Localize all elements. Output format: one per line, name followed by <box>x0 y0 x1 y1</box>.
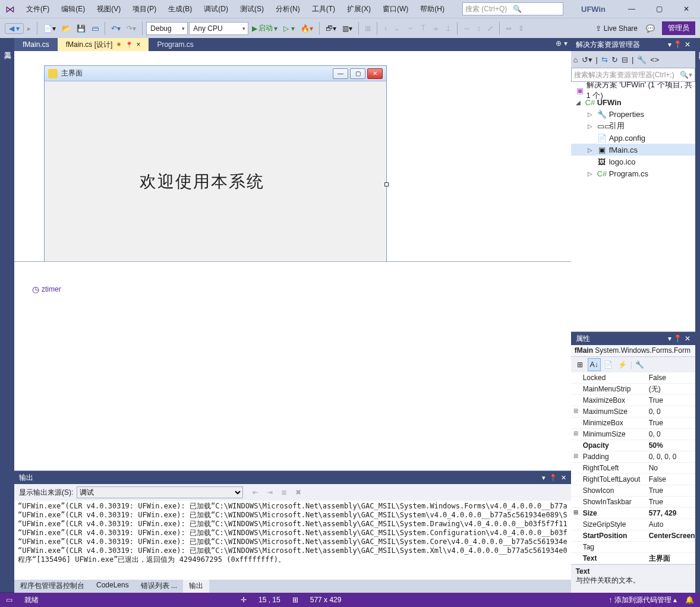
tree-program[interactable]: Program.cs <box>609 169 648 178</box>
props-pages-icon[interactable]: 📄 <box>602 358 615 371</box>
pin-icon[interactable]: 📍 <box>125 42 133 48</box>
sln-home-icon[interactable]: ⌂ <box>573 55 578 64</box>
output-body[interactable]: “UFWin.exe”(CLR v4.0.30319: UFWin.exe): … <box>14 501 571 580</box>
prop-row-MaximizeBox[interactable]: MaximizeBoxTrue <box>571 395 695 406</box>
output-close-icon[interactable]: ✕ <box>561 474 566 482</box>
browse-button[interactable]: 🗗▾ <box>323 23 339 34</box>
tab-program-cs[interactable]: Program.cs <box>149 38 201 51</box>
props-cat-icon[interactable]: ⊞ <box>573 358 587 371</box>
prop-row-Tag[interactable]: Tag <box>571 542 695 553</box>
prop-row-RightToLeft[interactable]: RightToLeftNo <box>571 463 695 474</box>
toolbox-tab[interactable]: 工具箱 <box>1 43 14 593</box>
output-wrap-icon[interactable]: ≣ <box>279 487 289 498</box>
platform-dropdown[interactable]: Any CPU <box>189 22 248 35</box>
undo-button[interactable]: ↶▾ <box>109 23 123 34</box>
source-control-button[interactable]: ↑ 添加到源代码管理 ▴ <box>608 595 677 605</box>
prop-row-MaximumSize[interactable]: MaximumSize0, 0 <box>571 406 695 418</box>
tab-fmain-design[interactable]: fMain.cs [设计] ⁕ 📍 × <box>58 38 149 51</box>
component-tray[interactable]: ztimer <box>14 261 571 316</box>
menu-扩展(X)[interactable]: 扩展(X) <box>341 2 377 15</box>
properties-selector[interactable]: fMain System.Windows.Forms.Form <box>571 345 695 357</box>
prop-row-Locked[interactable]: LockedFalse <box>571 372 695 384</box>
menu-调试(D)[interactable]: 调试(D) <box>198 2 234 15</box>
props-wrench-icon[interactable]: 🔧 <box>633 358 647 371</box>
tab-pkg-console[interactable]: 程序包管理器控制台 <box>14 580 90 593</box>
output-pin-icon[interactable]: 📍 <box>549 474 557 482</box>
prop-row-MainMenuStrip[interactable]: MainMenuStrip(无) <box>571 384 695 395</box>
start-button[interactable]: ▶ 启动 ▾ <box>250 22 280 34</box>
notifications-icon[interactable]: 🔔 <box>685 596 694 604</box>
output-indent-icon[interactable]: ⇤ <box>250 487 261 498</box>
hot-reload-button[interactable]: 🔥▾ <box>298 23 316 34</box>
align-left-icon[interactable]: ⫞ <box>381 23 389 34</box>
properties-grid[interactable]: LockedFalseMainMenuStrip(无)MaximizeBoxTr… <box>571 372 695 564</box>
tab-overflow-icon[interactable]: ⊕ ▾ <box>552 38 570 51</box>
new-item-button[interactable]: 📄▾ <box>41 23 58 34</box>
props-events-icon[interactable]: ⚡ <box>616 358 629 371</box>
search-box[interactable]: 搜索 (Ctrl+Q) 🔍 <box>462 2 563 15</box>
welcome-label[interactable]: 欢迎使用本系统 <box>140 170 264 193</box>
save-all-button[interactable]: 🗃 <box>89 23 101 34</box>
nav-fwd-button[interactable]: ▸ <box>25 23 33 34</box>
tab-error-list[interactable]: 错误列表 ... <box>135 580 183 593</box>
redo-button[interactable]: ↷▾ <box>124 23 138 34</box>
sln-collapse-icon[interactable]: ⊟ <box>622 55 628 64</box>
nav-back-button[interactable]: ◀ ▾ <box>5 23 24 34</box>
menu-测试(S)[interactable]: 测试(S) <box>234 2 270 15</box>
live-share-label[interactable]: Live Share <box>604 24 638 33</box>
tab-fmain-cs[interactable]: fMain.cs <box>14 38 58 51</box>
open-button[interactable]: 📂 <box>59 23 73 34</box>
menu-工具(T)[interactable]: 工具(T) <box>306 2 341 15</box>
menu-项目(P)[interactable]: 项目(P) <box>127 2 162 15</box>
output-dropdown-icon[interactable]: ▾ <box>542 474 546 482</box>
menu-帮助(H)[interactable]: 帮助(H) <box>414 2 450 15</box>
menu-分析(N)[interactable]: 分析(N) <box>270 2 306 15</box>
sln-toggle-icon[interactable]: ↺▾ <box>582 55 592 64</box>
sln-showall-icon[interactable]: <> <box>650 55 659 64</box>
tab-codelens[interactable]: CodeLens <box>90 580 135 593</box>
align-right-icon[interactable]: ⫟ <box>405 23 417 34</box>
prop-row-RightToLeftLayout[interactable]: RightToLeftLayoutFalse <box>571 474 695 485</box>
size-w-icon[interactable]: ↔ <box>461 23 473 34</box>
output-outdent-icon[interactable]: ⇥ <box>264 487 275 498</box>
align-bot-icon[interactable]: ⟘ <box>443 23 453 34</box>
start-noDebug-button[interactable]: ▷ ▾ <box>281 23 297 34</box>
prop-row-SizeGripStyle[interactable]: SizeGripStyleAuto <box>571 519 695 530</box>
vspace-icon[interactable]: ⇕ <box>516 23 526 34</box>
output-clear-icon[interactable]: ✖ <box>293 487 304 498</box>
output-source-dropdown[interactable]: 调试 <box>77 486 243 498</box>
menu-视图(V)[interactable]: 视图(V) <box>91 2 127 15</box>
sln-refresh-icon[interactable]: ↻ <box>611 55 618 64</box>
align-center-icon[interactable]: ⫠ <box>391 23 403 34</box>
prop-row-MinimumSize[interactable]: MinimumSize0, 0 <box>571 429 695 440</box>
menu-生成(B)[interactable]: 生成(B) <box>162 2 198 15</box>
tab-output[interactable]: 输出 <box>183 580 209 593</box>
minimize-button[interactable]: — <box>618 0 645 18</box>
prop-row-Padding[interactable]: Padding0, 0, 0, 0 <box>571 451 695 463</box>
feedback-icon[interactable]: 💬 <box>646 24 655 33</box>
designer-surface[interactable]: 主界面 — ▢ ✕ 欢迎使用本系统 ztimer <box>14 51 571 470</box>
props-az-icon[interactable]: A↓ <box>588 358 601 371</box>
prop-row-Opacity[interactable]: Opacity50% <box>571 440 695 451</box>
prop-row-MinimizeBox[interactable]: MinimizeBoxTrue <box>571 418 695 429</box>
save-button[interactable]: 💾 <box>74 23 88 34</box>
align-mid-icon[interactable]: ⟛ <box>430 23 442 34</box>
config-dropdown[interactable]: Debug <box>146 22 188 35</box>
prop-row-ShowIcon[interactable]: ShowIconTrue <box>571 485 695 497</box>
size-both-icon[interactable]: ⤢ <box>485 23 496 34</box>
size-h-icon[interactable]: ↕ <box>475 23 483 34</box>
solution-tree[interactable]: ▣解决方案 'UFWin' (1 个项目, 共 1 个) ◢C#UFWin ▷🔧… <box>571 82 695 331</box>
tree-appconfig[interactable]: App.config <box>609 134 645 143</box>
maximize-button[interactable]: ▢ <box>645 0 673 18</box>
prop-row-StartPosition[interactable]: StartPositionCenterScreen <box>571 530 695 542</box>
prop-row-ShowInTaskbar[interactable]: ShowInTaskbarTrue <box>571 497 695 508</box>
project-node[interactable]: UFWin <box>597 98 622 107</box>
tree-fmain[interactable]: fMain.cs <box>609 146 638 154</box>
menu-文件(F)[interactable]: 文件(F) <box>20 2 55 15</box>
dock-button[interactable]: ▥▾ <box>340 23 355 34</box>
timer-component[interactable]: ztimer <box>42 285 61 293</box>
close-button[interactable]: ✕ <box>673 0 700 18</box>
prop-row-Size[interactable]: Size577, 429 <box>571 508 695 519</box>
datasources-tab[interactable]: 数据源 <box>0 43 1 593</box>
prop-row-Text[interactable]: Text主界面 <box>571 553 695 564</box>
